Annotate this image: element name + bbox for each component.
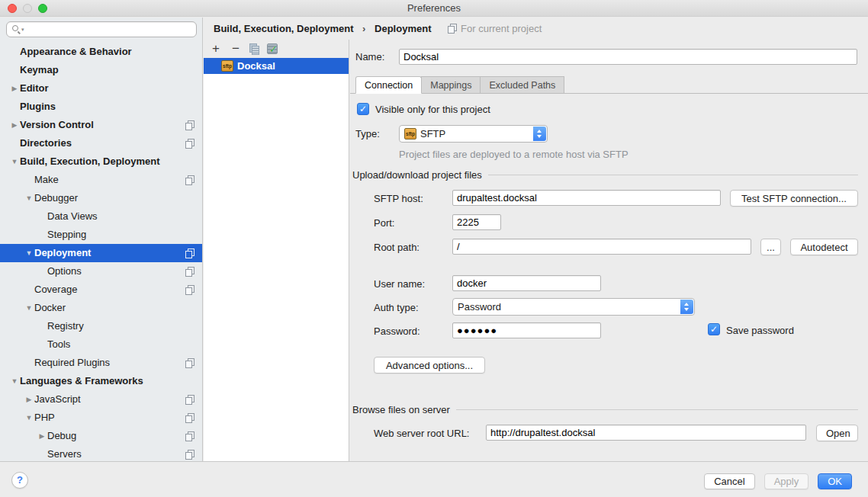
- advanced-options-button[interactable]: Advanced options...: [374, 357, 485, 374]
- breadcrumb-item-build-execution-deployment[interactable]: Build, Execution, Deployment: [214, 23, 353, 34]
- chevron-right-icon[interactable]: [24, 390, 34, 409]
- copy-server-icon[interactable]: [249, 43, 259, 55]
- select-stepper-icon[interactable]: [533, 127, 546, 141]
- sidebar-item-build-execution-deployment[interactable]: Build, Execution, Deployment: [0, 152, 202, 171]
- footer-bar: ? Cancel Apply OK: [0, 461, 868, 497]
- sidebar-item-required-plugins[interactable]: Required Plugins: [0, 354, 202, 372]
- sidebar-item-directories[interactable]: Directories: [0, 134, 202, 152]
- root-path-label: Root path:: [374, 239, 420, 255]
- autodetect-button[interactable]: Autodetect: [790, 239, 858, 255]
- test-sftp-connection-button[interactable]: Test SFTP connection...: [730, 190, 858, 207]
- per-project-icon: [185, 431, 194, 441]
- sftp-type-icon: sftp: [404, 128, 416, 139]
- chevron-right-icon[interactable]: [37, 427, 47, 445]
- sftp-server-icon: sftp: [221, 60, 233, 72]
- sidebar-item-stepping[interactable]: Stepping: [0, 226, 202, 244]
- password-label: Password:: [374, 323, 420, 339]
- chevron-down-icon[interactable]: [24, 299, 34, 317]
- sidebar-item-debugger[interactable]: Debugger: [0, 189, 202, 207]
- remove-server-button[interactable]: −: [230, 43, 242, 55]
- per-project-icon: [185, 248, 194, 258]
- chevron-down-icon[interactable]: [24, 244, 34, 262]
- titlebar: Preferences: [0, 0, 868, 17]
- sidebar-item-plugins[interactable]: Plugins: [0, 98, 202, 116]
- chevron-right-icon[interactable]: [9, 116, 20, 134]
- ok-button[interactable]: OK: [818, 473, 852, 489]
- auth-type-value: Password: [458, 301, 501, 313]
- web-root-url-field[interactable]: [486, 425, 806, 441]
- section-divider: [488, 175, 858, 175]
- name-label: Name:: [355, 49, 384, 65]
- use-as-default-icon[interactable]: [267, 43, 278, 54]
- auth-type-select[interactable]: Password: [452, 298, 695, 316]
- sidebar-item-debug[interactable]: Debug: [0, 427, 202, 445]
- search-box: ▾: [6, 21, 197, 37]
- sftp-host-field[interactable]: [452, 190, 721, 206]
- per-project-icon: [185, 413, 194, 423]
- dialog-buttons: Cancel Apply OK: [704, 473, 852, 489]
- scope-indicator: For current project: [448, 23, 542, 34]
- sidebar-item-php[interactable]: PHP: [0, 409, 202, 427]
- add-server-button[interactable]: +: [210, 43, 222, 55]
- chevron-down-icon[interactable]: [9, 152, 20, 171]
- sidebar-item-deployment[interactable]: Deployment: [0, 244, 202, 262]
- per-project-icon: [185, 358, 194, 368]
- sidebar-item-tools[interactable]: Tools: [0, 335, 202, 354]
- sidebar-item-docker[interactable]: Docker: [0, 299, 202, 317]
- open-url-button[interactable]: Open: [816, 425, 858, 441]
- server-list-item-docksal[interactable]: sftp Docksal: [204, 58, 349, 74]
- chevron-down-icon[interactable]: [24, 189, 34, 207]
- settings-sidebar: ▾ Appearance & Behavior Keymap Editor Pl…: [0, 18, 203, 461]
- chevron-down-icon[interactable]: [24, 409, 34, 427]
- select-stepper-icon[interactable]: [680, 300, 693, 314]
- sidebar-item-coverage[interactable]: Coverage: [0, 281, 202, 299]
- user-name-field[interactable]: [452, 275, 601, 291]
- help-button[interactable]: ?: [11, 472, 28, 489]
- per-project-icon: [448, 24, 457, 34]
- type-select[interactable]: sftp SFTP: [399, 125, 548, 143]
- browse-section-header: Browse files on server: [352, 404, 858, 415]
- sidebar-item-version-control[interactable]: Version Control: [0, 116, 202, 134]
- save-password-label: Save password: [726, 322, 794, 338]
- search-input[interactable]: [6, 21, 197, 37]
- browse-root-path-button[interactable]: ...: [760, 239, 781, 255]
- visible-only-checkbox[interactable]: [357, 103, 369, 115]
- per-project-icon: [185, 139, 194, 149]
- per-project-icon: [185, 120, 194, 130]
- upload-section-title: Upload/download project files: [352, 169, 482, 181]
- search-options-caret-icon[interactable]: ▾: [21, 27, 24, 33]
- sidebar-item-editor[interactable]: Editor: [0, 79, 202, 98]
- server-list-panel: + − sftp Docksal: [204, 40, 349, 461]
- sidebar-item-keymap[interactable]: Keymap: [0, 61, 202, 79]
- name-field[interactable]: [399, 49, 857, 65]
- type-value: SFTP: [420, 128, 445, 139]
- sidebar-item-data-views[interactable]: Data Views: [0, 207, 202, 226]
- cancel-button[interactable]: Cancel: [704, 473, 754, 489]
- per-project-icon: [185, 175, 194, 185]
- tab-bar: Connection Mappings Excluded Paths: [355, 76, 564, 94]
- server-list: sftp Docksal: [204, 58, 349, 461]
- type-label: Type:: [355, 126, 380, 142]
- sidebar-item-javascript[interactable]: JavaScript: [0, 390, 202, 409]
- root-path-field[interactable]: [452, 239, 751, 255]
- password-field[interactable]: [452, 322, 601, 338]
- save-password-checkbox[interactable]: [708, 323, 720, 335]
- server-name: Docksal: [237, 60, 275, 72]
- per-project-icon: [185, 285, 194, 295]
- sidebar-item-make[interactable]: Make: [0, 171, 202, 189]
- sidebar-item-appearance-behavior[interactable]: Appearance & Behavior: [0, 43, 202, 61]
- sidebar-item-languages-frameworks[interactable]: Languages & Frameworks: [0, 372, 202, 390]
- deployment-form: Name: Connection Mappings Excluded Paths…: [350, 40, 868, 461]
- section-divider: [456, 409, 858, 410]
- sidebar-item-options[interactable]: Options: [0, 262, 202, 281]
- auth-type-label: Auth type:: [374, 300, 419, 316]
- tab-excluded-paths[interactable]: Excluded Paths: [480, 76, 564, 94]
- sidebar-item-registry[interactable]: Registry: [0, 317, 202, 335]
- settings-tree: Appearance & Behavior Keymap Editor Plug…: [0, 43, 202, 463]
- port-field[interactable]: [452, 214, 501, 230]
- chevron-down-icon[interactable]: [9, 372, 20, 390]
- apply-button[interactable]: Apply: [764, 473, 809, 489]
- tab-mappings[interactable]: Mappings: [421, 76, 481, 94]
- tab-connection[interactable]: Connection: [355, 76, 422, 94]
- chevron-right-icon[interactable]: [9, 79, 20, 98]
